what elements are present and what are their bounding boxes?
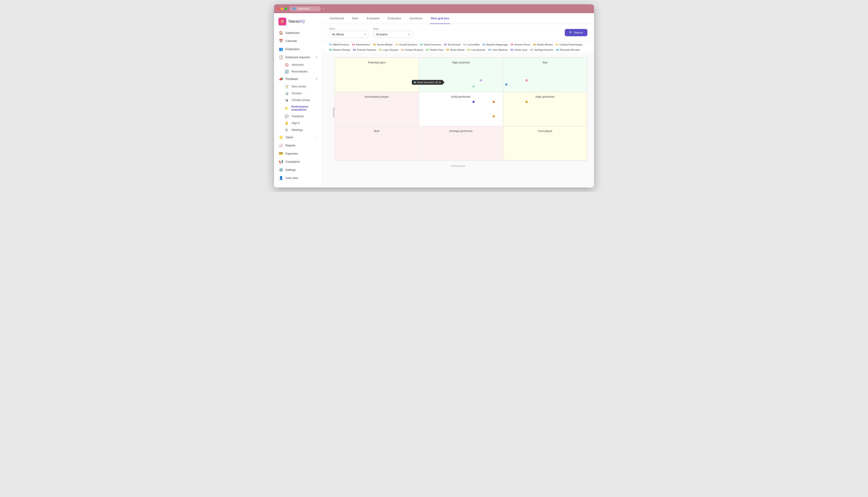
data-tooltip: David Summers: (8, 6) <box>412 80 443 85</box>
nine-grid-wrapper: Potential Potential gemHigh potentialSta… <box>329 57 588 167</box>
legend-item: Leire Martínez <box>488 48 508 51</box>
performance-icon: 📁 <box>285 106 288 110</box>
legend-item: Cristina Rosenvingue <box>555 43 582 46</box>
filter-bar: Office All offices ▾ Team All teams ▾ 🔍 … <box>322 24 594 42</box>
tab-questions[interactable]: Questions <box>409 13 424 24</box>
sidebar-item-climate-survey[interactable]: 🌤 Climate survey <box>276 97 320 103</box>
sidebar-item-expenses[interactable]: 💳 Expenses <box>276 150 320 157</box>
logo-text: TalentoHQ <box>288 19 305 24</box>
tab-dashboard[interactable]: Dashboard <box>329 13 345 24</box>
sidebar-item-meetings[interactable]: 🗓 Meetings <box>276 127 320 133</box>
talent-icon: ⭐ <box>279 135 283 139</box>
sidebar-navigation: 🏠 Dashboard 📅 Calendar 👥 Employees 📋 Emp… <box>274 29 322 183</box>
sidebar-label-talent: Talent <box>286 136 293 139</box>
sidebar-item-feedback[interactable]: 📣 Feedback ▾ <box>276 75 320 83</box>
app-window: 🌐 TalentoHQ + 🎯 TalentoHQ 🏠 Dashboard 📅 <box>274 4 594 187</box>
data-point-7[interactable] <box>493 115 495 117</box>
sidebar-item-talent[interactable]: ⭐ Talent › <box>276 133 320 141</box>
legend-item: Evaristo Páramos <box>353 48 376 51</box>
sidebar-item-high5[interactable]: ✋ High 5 <box>276 120 320 126</box>
sidebar: 🎯 TalentoHQ 🏠 Dashboard 📅 Calendar 👥 Emp… <box>274 13 322 187</box>
sidebar-item-new-survey[interactable]: 📝 New survey <box>276 83 320 90</box>
high5-icon: ✋ <box>285 122 289 125</box>
app-layout: 🎯 TalentoHQ 🏠 Dashboard 📅 Calendar 👥 Emp… <box>274 13 594 187</box>
legend-item: Olvido Gara <box>510 48 527 51</box>
browser-icon: 🌐 <box>292 7 296 10</box>
legend-item: Enrique Bunbury <box>401 48 423 51</box>
data-point-6[interactable] <box>525 101 528 103</box>
team-select[interactable]: All teams ▾ <box>373 31 412 38</box>
sidebar-label-reports: Reports <box>286 144 295 147</box>
tab-evaluators[interactable]: Evaluators <box>387 13 402 24</box>
calendar-icon: 📅 <box>279 39 283 43</box>
tab-nine-grid-box[interactable]: Nine grid box <box>430 13 450 24</box>
sidebar-item-dashboard[interactable]: 🏠 Dashboard <box>276 29 320 37</box>
tab-main[interactable]: Main <box>352 13 359 24</box>
close-button[interactable] <box>277 8 279 10</box>
sidebar-label-employee-requests: Employee requests <box>286 56 310 59</box>
sidebar-item-complaints[interactable]: 📢 Complaints <box>276 158 320 166</box>
grid-area: Potential gemHigh potentialStarInconsist… <box>334 57 588 161</box>
legend-item: Gerald Quintana <box>395 43 417 46</box>
logo-talento: Talento <box>288 19 300 23</box>
sidebar-label-complaints: Complaints <box>286 160 300 163</box>
legend-item: Alvaro Benito <box>446 48 465 51</box>
main-content: Dashboard Main Evaluated Evaluators Ques… <box>322 13 594 187</box>
grid-cell-core-player: Core player <box>503 126 587 160</box>
data-point-4[interactable] <box>472 101 475 103</box>
sidebar-label-performance-evaluations: Performance evaluations <box>291 105 317 111</box>
maximize-button[interactable] <box>285 8 287 10</box>
employees-icon: 👥 <box>279 47 283 51</box>
team-label: Team <box>373 27 412 30</box>
legend-item: Administrator <box>352 43 370 46</box>
feedback-sub-icon: 💬 <box>285 115 289 118</box>
new-tab-button[interactable]: + <box>322 7 324 11</box>
search-icon: 🔍 <box>569 31 573 34</box>
sidebar-item-performance-evaluations[interactable]: 📁 Performance evaluations <box>276 104 320 113</box>
sidebar-label-surveys: Surveys <box>292 92 302 95</box>
sidebar-label-calendar: Calendar <box>286 39 297 43</box>
sidebar-label-settings: Settings <box>286 168 296 171</box>
legend-item: Luis Auserón <box>467 48 485 51</box>
minimize-button[interactable] <box>280 8 283 10</box>
grid-cell-potential-gem: Potential gem <box>335 58 419 92</box>
legend-item: Aurora Beltrán <box>373 43 393 46</box>
meetings-icon: 🗓 <box>285 128 289 132</box>
tab-evaluated[interactable]: Evaluated <box>366 13 381 24</box>
sidebar-item-absences[interactable]: 🚫 Absences <box>276 61 320 68</box>
grid-cell-high-performer: High performer <box>503 92 587 126</box>
data-point-3[interactable] <box>525 79 528 82</box>
reports-icon: 📈 <box>279 143 283 147</box>
sidebar-label-absences: Absences <box>292 63 304 66</box>
grid-cell-inconsistent-player: Inconsistent player <box>335 92 419 126</box>
sidebar-item-reports[interactable]: 📈 Reports <box>276 142 320 149</box>
data-point-2[interactable] <box>505 83 507 86</box>
data-point-5[interactable] <box>493 101 495 103</box>
expenses-icon: 💳 <box>279 152 283 156</box>
grid-cell-solid-performer: Solid performer <box>419 92 503 126</box>
complaints-icon: 📢 <box>279 160 283 164</box>
search-button[interactable]: 🔍 Search <box>565 29 588 36</box>
url-bar[interactable]: 🌐 TalentoHQ <box>290 6 321 11</box>
data-point-1[interactable] <box>480 79 482 82</box>
requests-icon: 📋 <box>279 55 283 59</box>
legend-item: Basilio Montes <box>533 43 553 46</box>
sidebar-item-user-area[interactable]: 👤 User area <box>276 174 320 182</box>
sidebar-item-feedback-sub[interactable]: 💬 Feedback <box>276 113 320 119</box>
office-select[interactable]: All offices ▾ <box>329 31 369 38</box>
sidebar-item-reschedules[interactable]: 🔄 Reschedules <box>276 68 320 75</box>
tabs-bar: Dashboard Main Evaluated Evaluators Ques… <box>322 13 594 24</box>
sidebar-item-employees[interactable]: 👥 Employees <box>276 45 320 53</box>
sidebar-item-surveys[interactable]: 📊 Surveys <box>276 90 320 97</box>
page-url: TalentoHQ <box>297 7 309 10</box>
logo-hq: HQ <box>300 19 305 23</box>
legend-item: Lucía Aldao <box>463 43 480 46</box>
sidebar-item-employee-requests[interactable]: 📋 Employee requests ▾ <box>276 53 320 61</box>
data-point-0[interactable] <box>472 85 475 88</box>
x-axis-label: Performance <box>451 165 465 167</box>
sidebar-label-employees: Employees <box>286 47 300 51</box>
sidebar-item-settings[interactable]: ⚙️ Settings <box>276 166 320 174</box>
grid-cell-high-potential: High potential <box>419 58 503 92</box>
sidebar-item-calendar[interactable]: 📅 Calendar <box>276 37 320 45</box>
office-label: Office <box>329 27 369 30</box>
